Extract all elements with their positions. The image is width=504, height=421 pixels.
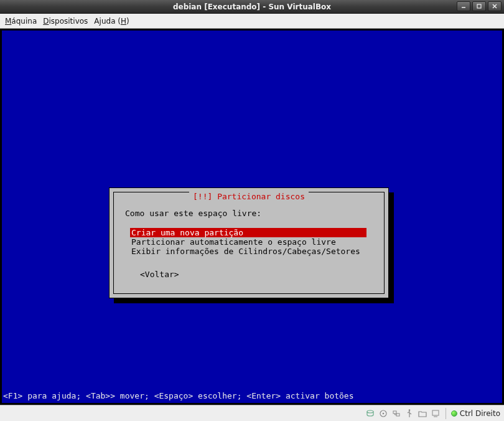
shared-folders-icon[interactable] (418, 409, 427, 419)
svg-rect-8 (396, 414, 399, 416)
window-titlebar: debian [Executando] - Sun VirtualBox (0, 0, 504, 14)
dialog-options: Criar uma nova partição Particionar auto… (130, 228, 373, 256)
host-key-indicator[interactable]: Ctrl Direito (451, 409, 500, 418)
key-hint-bar: <F1> para ajuda; <Tab>> mover; <Espaço> … (3, 391, 354, 400)
window-minimize-button[interactable] (457, 1, 470, 11)
guest-display[interactable]: [!!] Particionar discos Como usar este e… (0, 29, 504, 405)
usb-icon[interactable] (404, 409, 414, 419)
option-auto-partition[interactable]: Particionar automaticamente o espaço liv… (130, 237, 373, 247)
host-key-led-icon (451, 410, 457, 417)
optical-disc-icon[interactable] (378, 409, 388, 419)
back-button[interactable]: <Voltar> (140, 270, 373, 279)
svg-point-6 (383, 412, 385, 414)
statusbar: Ctrl Direito (0, 405, 504, 421)
svg-rect-7 (393, 411, 396, 414)
option-create-new-partition[interactable]: Criar uma nova partição (130, 228, 366, 237)
network-icon[interactable] (391, 409, 401, 419)
dialog-title: [!!] Particionar discos (189, 192, 309, 201)
menu-help[interactable]: Ajuda (H) (94, 17, 129, 26)
option-show-chs-info[interactable]: Exibir informações de Cilindros/Cabeças/… (130, 247, 373, 256)
svg-rect-1 (477, 4, 481, 8)
hard-disk-icon[interactable] (365, 409, 375, 419)
window-maximize-button[interactable] (472, 1, 486, 11)
host-key-label: Ctrl Direito (460, 409, 500, 418)
window-close-button[interactable] (488, 1, 502, 11)
statusbar-divider (446, 408, 446, 419)
menu-devices[interactable]: Dispositivos (43, 17, 88, 26)
dialog-prompt: Como usar este espaço livre: (125, 209, 373, 218)
menubar: Máquina Dispositivos Ajuda (H) (0, 14, 504, 29)
menu-machine[interactable]: Máquina (5, 17, 37, 26)
svg-rect-10 (432, 410, 439, 415)
vrdp-icon[interactable] (431, 409, 441, 419)
svg-point-4 (367, 410, 373, 413)
window-title: debian [Executando] - Sun VirtualBox (0, 2, 504, 11)
partition-dialog: [!!] Particionar discos Como usar este e… (109, 187, 389, 298)
svg-point-9 (409, 409, 411, 411)
